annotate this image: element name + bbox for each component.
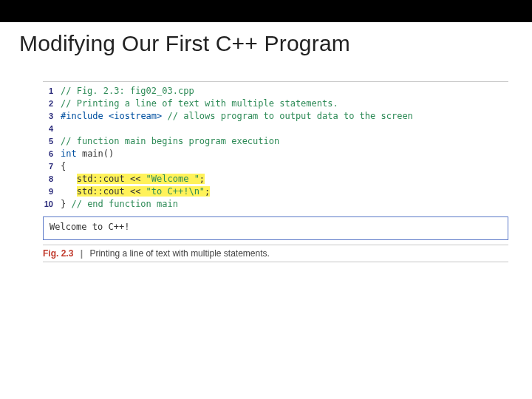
code-text: #include <iostream> // allows program to…	[61, 110, 413, 123]
line-number: 7	[43, 160, 61, 173]
code-line: 1// Fig. 2.3: fig02_03.cpp	[43, 85, 508, 98]
code-text: // function main begins program executio…	[61, 135, 279, 148]
code-line: 6int main()	[43, 148, 508, 160]
slide: Modifying Our First C++ Program 1// Fig.…	[0, 0, 532, 399]
code-line: 8 std::cout << "Welcome ";	[43, 173, 508, 185]
code-text	[61, 123, 66, 135]
line-number: 5	[43, 135, 61, 148]
code-line: 10} // end function main	[43, 198, 508, 211]
code-block: 1// Fig. 2.3: fig02_03.cpp2// Printing a…	[43, 85, 508, 211]
code-text: // Printing a line of text with multiple…	[61, 98, 338, 110]
code-figure: 1// Fig. 2.3: fig02_03.cpp2// Printing a…	[43, 81, 508, 211]
figure-text: Printing a line of text with multiple st…	[89, 248, 269, 259]
line-number: 9	[43, 185, 61, 198]
program-output-box: Welcome to C++!	[43, 216, 508, 240]
code-line: 4	[43, 123, 508, 135]
code-text: std::cout << "to C++!\n";	[61, 185, 210, 198]
code-text: int main()	[61, 148, 114, 160]
figure-caption: Fig. 2.3 | Printing a line of text with …	[43, 245, 508, 259]
top-bar	[0, 0, 532, 22]
figure-separator: |	[76, 248, 87, 259]
code-text: std::cout << "Welcome ";	[61, 173, 205, 185]
code-line: 7{	[43, 160, 508, 173]
line-number: 1	[43, 85, 61, 98]
code-text: {	[61, 160, 66, 173]
line-number: 8	[43, 173, 61, 185]
figure-label: Fig. 2.3	[43, 248, 73, 259]
rule-bottom	[43, 262, 508, 262]
code-line: 5// function main begins program executi…	[43, 135, 508, 148]
slide-title: Modifying Our First C++ Program	[0, 22, 532, 56]
line-number: 4	[43, 123, 61, 135]
code-line: 2// Printing a line of text with multipl…	[43, 98, 508, 110]
line-number: 10	[43, 198, 61, 211]
program-output-text: Welcome to C++!	[50, 222, 129, 232]
code-text: // Fig. 2.3: fig02_03.cpp	[61, 85, 194, 98]
rule-top	[43, 81, 508, 82]
line-number: 3	[43, 110, 61, 123]
line-number: 6	[43, 148, 61, 160]
code-line: 3#include <iostream> // allows program t…	[43, 110, 508, 123]
code-line: 9 std::cout << "to C++!\n";	[43, 185, 508, 198]
code-text: } // end function main	[61, 198, 178, 211]
line-number: 2	[43, 98, 61, 110]
